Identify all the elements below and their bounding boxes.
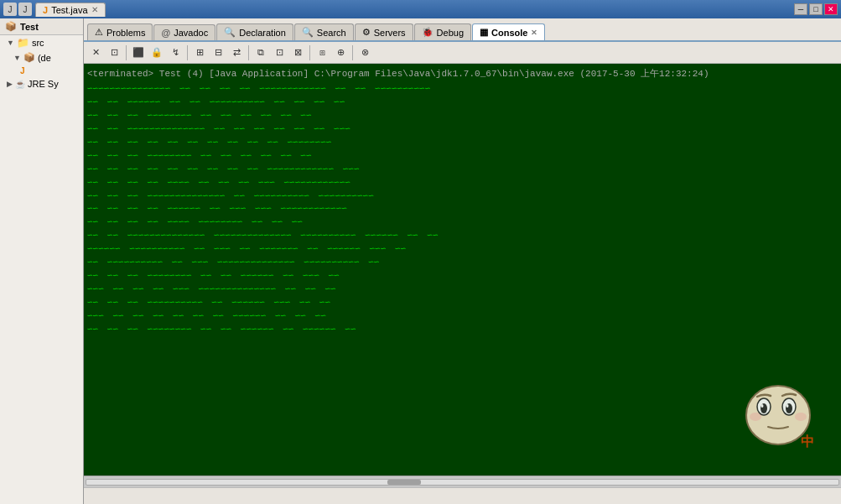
svg-point-8 bbox=[795, 413, 807, 421]
toolbar-new-console[interactable]: ⊕ bbox=[332, 44, 349, 61]
sidebar-item-de[interactable]: ▼ 📦 (de bbox=[0, 50, 83, 65]
meme-face: 中 bbox=[740, 383, 816, 450]
console-row-8: ∽∽ ∽∽ ∽∽ ∽∽∽∽∽∽∽∽∽∽∽∽∽∽ ∽∽ ∽∽∽∽∽∽∽∽∽∽ ∽∽… bbox=[87, 190, 838, 204]
title-tab-close[interactable]: ✕ bbox=[91, 5, 98, 14]
tab-console-label: Console bbox=[491, 28, 527, 38]
console-row-19: ∽∽ ∽∽ ∽∽ ∽∽∽∽∽∽∽∽ ∽∽ ∽∽ ∽∽∽∽∽∽ ∽∽ ∽∽∽∽∽∽… bbox=[87, 324, 838, 337]
console-row-16: ∽∽∽ ∽∽ ∽∽ ∽∽ ∽∽∽ ∽∽∽∽∽∽∽∽∽∽∽∽∽∽ ∽∽ ∽∽ ∽∽ bbox=[87, 283, 838, 297]
tab-search[interactable]: 🔍 Search bbox=[294, 23, 354, 40]
scrollbar-track[interactable] bbox=[86, 479, 839, 486]
win-maximize[interactable]: □ bbox=[809, 3, 823, 15]
console-row-17: ∽∽ ∽∽ ∽∽ ∽∽∽∽∽∽∽∽∽∽ ∽∽ ∽∽∽∽∽∽ ∽∽∽ ∽∽ ∽∽ bbox=[87, 297, 838, 310]
sidebar-src-label: src bbox=[32, 38, 44, 48]
console-row-10: ∽∽ ∽∽ ∽∽ ∽∽ ∽∽∽∽∽∽ ∽∽ ∽∽∽ ∽∽∽ ∽∽∽∽∽∽∽∽∽∽… bbox=[87, 203, 838, 216]
toolbar-clear[interactable]: ⬛ bbox=[130, 44, 147, 61]
console-row-15: ∽∽ ∽∽ ∽∽ ∽∽∽∽∽∽∽∽ ∽∽ ∽∽ ∽∽∽∽∽∽ ∽∽ ∽∽∽ ∽∽ bbox=[87, 270, 838, 283]
right-panel: ⚠ Problems @ Javadoc 🔍 Declaration 🔍 Sea… bbox=[84, 18, 841, 504]
console-terminated-line: <terminated> Test (4) [Java Application]… bbox=[87, 67, 838, 80]
sidebar-title: Test bbox=[20, 22, 39, 32]
console-row-18: ∽∽∽ ∽∽ ∽∽ ∽∽ ∽∽ ∽∽ ∽∽ ∽∽∽∽∽∽ ∽∽ ∽∽ ∽∽ bbox=[87, 310, 838, 324]
arrow-icon: ▼ bbox=[7, 39, 14, 47]
java-file-icon: J bbox=[20, 66, 25, 75]
win-close[interactable]: ✕ bbox=[824, 3, 838, 15]
toolbar-word-wrap[interactable]: ↯ bbox=[167, 44, 184, 61]
console-row-5: ∽∽ ∽∽ ∽∽ ∽∽∽∽∽∽∽∽ ∽∽ ∽∽ ∽∽ ∽∽ ∽∽ ∽∽ bbox=[87, 150, 838, 164]
tab-declaration[interactable]: 🔍 Declaration bbox=[216, 23, 293, 40]
tab-servers-label: Servers bbox=[374, 28, 406, 38]
window-controls: ─ □ ✕ bbox=[794, 3, 838, 15]
arrow-icon-2: ▼ bbox=[13, 54, 21, 62]
toolbar-separator-4 bbox=[309, 45, 310, 60]
tab-bar: ⚠ Problems @ Javadoc 🔍 Declaration 🔍 Sea… bbox=[84, 18, 841, 42]
tab-problems-label: Problems bbox=[106, 28, 145, 38]
console-row-0: ∽∽∽∽∽∽∽∽∽∽∽∽∽∽∽ ∽∽ ∽∽ ∽∽ ∽∽ ∽∽∽∽∽∽∽∽∽∽∽∽… bbox=[87, 83, 838, 96]
title-tab-icon: J bbox=[43, 5, 48, 15]
tab-search-label: Search bbox=[317, 28, 346, 38]
console-row-11: ∽∽ ∽∽ ∽∽ ∽∽ ∽∽∽∽ ∽∽∽∽∽∽∽∽ ∽∽ ∽∽ ∽∽ bbox=[87, 216, 838, 230]
sidebar-jre-label: JRE Sy bbox=[28, 79, 59, 89]
console-row-6: ∽∽ ∽∽ ∽∽ ∽∽ ∽∽ ∽∽ ∽∽ ∽∽ ∽∽ ∽∽∽∽∽∽∽∽∽∽∽∽ … bbox=[87, 164, 838, 177]
tab-console[interactable]: ▦ Console ✕ bbox=[472, 23, 545, 40]
console-row-7: ∽∽ ∽∽ ∽∽ ∽∽ ∽∽∽∽ ∽∽ ∽∽ ∽∽ ∽∽∽ ∽∽∽∽∽∽∽∽∽∽… bbox=[87, 177, 838, 190]
tab-debug[interactable]: 🐞 Debug bbox=[414, 23, 471, 40]
problems-icon: ⚠ bbox=[95, 27, 103, 38]
console-tab-close[interactable]: ✕ bbox=[531, 29, 537, 37]
tab-declaration-label: Declaration bbox=[239, 28, 286, 38]
sidebar-item-jre[interactable]: ▶ ☕ JRE Sy bbox=[0, 77, 83, 91]
arrow-icon-3: ▶ bbox=[7, 80, 13, 88]
console-row-2: ∽∽ ∽∽ ∽∽ ∽∽∽∽∽∽∽∽ ∽∽ ∽∽ ∽∽ ∽∽ ∽∽ ∽∽ bbox=[87, 110, 838, 123]
svg-point-3 bbox=[761, 404, 764, 408]
tab-servers[interactable]: ⚙ Servers bbox=[355, 23, 413, 40]
toolbar-open-console[interactable]: ⧆ bbox=[314, 44, 330, 61]
package-icon: 📦 bbox=[23, 52, 35, 63]
search-icon: 🔍 bbox=[302, 27, 314, 38]
console-row-1: ∽∽ ∽∽ ∽∽∽∽∽∽ ∽∽ ∽∽ ∽∽∽∽∽∽∽∽∽∽ ∽∽ ∽∽ ∽∽ ∽… bbox=[87, 96, 838, 110]
win-minimize[interactable]: ─ bbox=[794, 3, 807, 15]
sidebar-item-src[interactable]: ▼ 📁 src bbox=[0, 35, 83, 50]
toolbar-remove[interactable]: ⊡ bbox=[106, 44, 122, 61]
tab-javadoc[interactable]: @ Javadoc bbox=[153, 24, 215, 40]
console-icon: ▦ bbox=[480, 27, 488, 38]
console-row-4: ∽∽ ∽∽ ∽∽ ∽∽ ∽∽ ∽∽ ∽∽ ∽∽ ∽∽ ∽∽ ∽∽∽∽∽∽∽∽ bbox=[87, 137, 838, 150]
scrollbar-thumb[interactable] bbox=[387, 480, 421, 485]
sidebar-header: 📦 Test bbox=[0, 18, 83, 35]
toolbar-scroll-lock[interactable]: 🔒 bbox=[148, 44, 165, 61]
toolbar-btn-1[interactable]: ⊞ bbox=[191, 44, 208, 61]
jre-icon: ☕ bbox=[15, 80, 25, 89]
toolbar-btn-5[interactable]: ⊡ bbox=[271, 44, 288, 61]
app-icon-j: J bbox=[3, 3, 17, 16]
toolbar-separator-5 bbox=[352, 45, 353, 60]
console-toolbar: ✕ ⊡ ⬛ 🔒 ↯ ⊞ ⊟ ⇄ ⧉ ⊡ ⊠ ⧆ ⊕ ⊗ bbox=[84, 42, 841, 64]
console-row-3: ∽∽ ∽∽ ∽∽∽∽∽∽∽∽∽∽∽∽∽∽ ∽∽ ∽∽ ∽∽ ∽∽ ∽∽ ∽∽ ∽… bbox=[87, 123, 838, 137]
folder-icon: 📁 bbox=[17, 37, 29, 49]
toolbar-btn-3[interactable]: ⇄ bbox=[228, 44, 245, 61]
tab-problems[interactable]: ⚠ Problems bbox=[87, 23, 153, 40]
title-tab-label: Test.java bbox=[51, 5, 87, 15]
svg-text:中: 中 bbox=[801, 434, 814, 449]
toolbar-separator-1 bbox=[126, 45, 127, 60]
tab-javadoc-label: Javadoc bbox=[174, 28, 208, 38]
tab-debug-label: Debug bbox=[437, 28, 464, 38]
sidebar: 📦 Test ▼ 📁 src ▼ 📦 (de J ▶ ☕ JRE Sy bbox=[0, 18, 84, 504]
servers-icon: ⚙ bbox=[362, 27, 371, 38]
package-explorer-icon: 📦 bbox=[5, 21, 17, 32]
toolbar-btn-2[interactable]: ⊟ bbox=[210, 44, 226, 61]
main-layout: 📦 Test ▼ 📁 src ▼ 📦 (de J ▶ ☕ JRE Sy ⚠ Pr… bbox=[0, 18, 841, 504]
toolbar-separator-2 bbox=[187, 45, 188, 60]
console-output[interactable]: <terminated> Test (4) [Java Application]… bbox=[84, 64, 841, 475]
toolbar-terminate[interactable]: ✕ bbox=[87, 44, 104, 61]
sidebar-de-label: (de bbox=[38, 53, 51, 63]
status-bar bbox=[84, 487, 841, 504]
toolbar-view-menu[interactable]: ⊗ bbox=[356, 44, 373, 61]
toolbar-btn-6[interactable]: ⊠ bbox=[289, 44, 306, 61]
toolbar-btn-4[interactable]: ⧉ bbox=[252, 44, 269, 61]
app-icon-j2: J bbox=[18, 3, 32, 16]
title-tab[interactable]: J Test.java ✕ bbox=[35, 3, 106, 17]
svg-point-6 bbox=[786, 404, 789, 408]
console-row-13: ∽∽∽∽∽∽ ∽∽∽∽∽∽∽∽∽∽ ∽∽ ∽∽∽ ∽∽ ∽∽∽∽∽∽∽ ∽∽ ∽… bbox=[87, 243, 838, 257]
javadoc-icon: @ bbox=[161, 28, 170, 38]
console-scrollbar[interactable] bbox=[84, 475, 841, 487]
console-row-14: ∽∽ ∽∽∽∽∽∽∽∽∽∽ ∽∽ ∽∽∽ ∽∽∽∽∽∽∽∽∽∽∽∽∽∽ ∽∽∽∽… bbox=[87, 257, 838, 270]
sidebar-item-java[interactable]: J bbox=[0, 65, 83, 77]
title-icons: J J bbox=[3, 3, 32, 16]
